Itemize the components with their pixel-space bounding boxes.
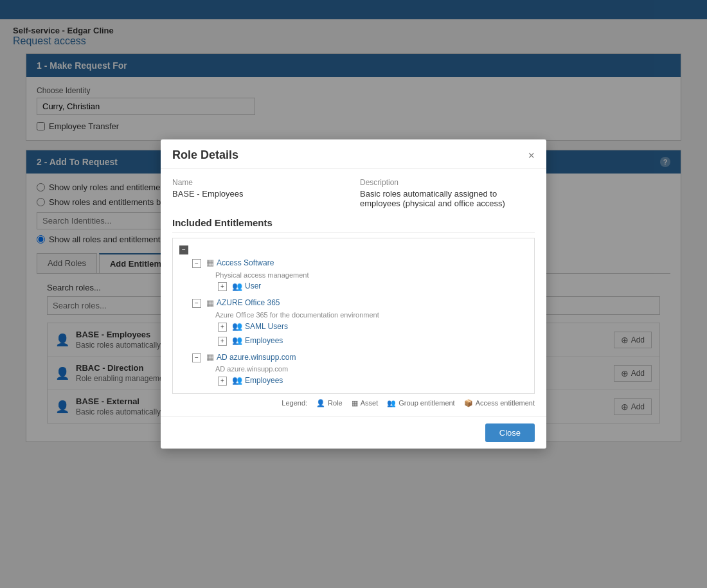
name-value: BASE - Employees: [172, 189, 347, 199]
tree-node-user: + 👥 User: [191, 280, 529, 294]
role-details-modal: Role Details × Name BASE - Employees Des…: [161, 139, 546, 442]
included-entitlements-header: Included Entitlements: [172, 217, 535, 233]
legend-asset: ▦ Asset: [352, 399, 379, 407]
modal-overlay: Role Details × Name BASE - Employees Des…: [0, 0, 707, 442]
tree-node-ad-azure: − ▦ AD azure.winsupp.com AD azure.winsup…: [178, 350, 529, 388]
role-legend-icon: 👤: [316, 399, 325, 407]
legend-label: Legend:: [282, 399, 307, 407]
legend-role: 👤 Role: [316, 399, 343, 407]
asset-icon-ad-azure: ▦: [206, 352, 214, 363]
tree-node-employees-ad: + 👥 Employees: [191, 373, 529, 388]
modal-fields: Name BASE - Employees Description Basic …: [172, 178, 535, 208]
group-icon-saml: 👥: [232, 321, 242, 332]
legend-access-entitlement: 📦 Access entitlement: [464, 399, 535, 407]
label-user[interactable]: User: [245, 281, 261, 292]
access-software-sublabel-row: Physical access management: [193, 271, 529, 280]
group-icon-user: 👥: [232, 281, 242, 292]
group-icon-employees-azure: 👥: [232, 335, 242, 346]
toggle-access-software[interactable]: −: [192, 259, 201, 268]
tree-node-saml-users: + 👥 SAML Users: [191, 319, 529, 334]
modal-body: Name BASE - Employees Description Basic …: [161, 169, 546, 416]
sublabel-access-software: Physical access management: [215, 271, 309, 279]
tree-root: −: [178, 244, 529, 256]
tree-row-employees-ad: + 👥 Employees: [217, 373, 529, 388]
tree-row-saml-users: + 👥 SAML Users: [217, 319, 529, 334]
asset-icon-azure-office: ▦: [206, 298, 214, 309]
tree-row-azure-office: − ▦ AZURE Office 365: [191, 296, 529, 310]
tree-node-access-software: − ▦ Access Software Physical access mana…: [178, 256, 529, 293]
asset-icon-access-software: ▦: [206, 257, 214, 269]
access-legend-icon: 📦: [464, 399, 473, 407]
label-employees-azure[interactable]: Employees: [245, 335, 283, 346]
group-legend-icon: 👥: [387, 399, 396, 407]
tree-row-employees-azure: + 👥 Employees: [217, 334, 529, 348]
description-field: Description Basic roles automatically as…: [360, 178, 535, 208]
access-legend-label: Access entitlement: [476, 399, 535, 407]
tree-node-employees-azure: + 👥 Employees: [191, 334, 529, 348]
description-label: Description: [360, 178, 535, 187]
description-value: Basic roles automatically assigned to em…: [360, 189, 535, 208]
toggle-ad-azure[interactable]: −: [192, 353, 201, 362]
tree-row-access-software: − ▦ Access Software: [191, 256, 529, 270]
asset-legend-icon: ▦: [352, 399, 358, 407]
legend-group-entitlement: 👥 Group entitlement: [387, 399, 454, 407]
name-label: Name: [172, 178, 347, 187]
toggle-user[interactable]: +: [218, 282, 227, 291]
sublabel-ad-azure: AD azure.winsupp.com: [215, 365, 288, 373]
legend-row: Legend: 👤 Role ▦ Asset 👥 Group entitleme…: [172, 399, 535, 407]
toggle-saml-users[interactable]: +: [218, 323, 227, 332]
entitlements-tree[interactable]: − − ▦ Access Software Physical access ma…: [172, 238, 535, 393]
sublabel-azure-office: Azure Office 365 for the documentation e…: [215, 311, 379, 319]
role-legend-label: Role: [328, 399, 343, 407]
ad-sublabel-row: AD azure.winsupp.com: [193, 364, 529, 373]
label-azure-office[interactable]: AZURE Office 365: [217, 298, 280, 308]
name-field: Name BASE - Employees: [172, 178, 347, 208]
toggle-employees-azure[interactable]: +: [218, 337, 227, 346]
group-legend-label: Group entitlement: [398, 399, 454, 407]
tree-node-azure-office: − ▦ AZURE Office 365 Azure Office 365 fo…: [178, 296, 529, 348]
modal-title: Role Details: [172, 148, 238, 162]
label-saml-users[interactable]: SAML Users: [245, 321, 288, 332]
group-icon-employees-ad: 👥: [232, 375, 242, 386]
modal-footer: Close: [161, 416, 546, 442]
modal-header: Role Details ×: [161, 139, 546, 169]
toggle-azure-office[interactable]: −: [192, 299, 201, 308]
label-access-software[interactable]: Access Software: [217, 258, 274, 269]
azure-sublabel-row: Azure Office 365 for the documentation e…: [193, 310, 529, 319]
root-toggle[interactable]: −: [179, 245, 188, 254]
asset-legend-label: Asset: [361, 399, 379, 407]
tree-row-ad-azure: − ▦ AD azure.winsupp.com: [191, 350, 529, 364]
label-employees-ad[interactable]: Employees: [245, 375, 283, 386]
close-button[interactable]: Close: [485, 423, 535, 442]
modal-close-button[interactable]: ×: [528, 150, 535, 161]
tree-row-user: + 👥 User: [217, 280, 529, 294]
toggle-employees-ad[interactable]: +: [218, 377, 227, 386]
label-ad-azure[interactable]: AD azure.winsupp.com: [217, 352, 296, 363]
